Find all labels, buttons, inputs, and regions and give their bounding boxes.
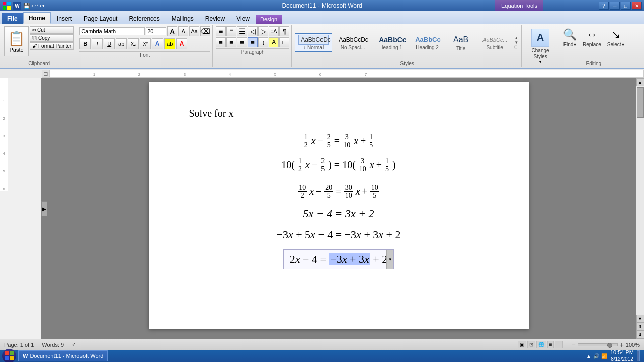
- font-grow-button[interactable]: A: [167, 26, 177, 36]
- equation-3[interactable]: 102 x − 205 = 3010 x + 105: [189, 182, 489, 200]
- styles-scroll-up[interactable]: ▲: [514, 36, 518, 40]
- styles-expand[interactable]: ⊞: [514, 45, 518, 49]
- style-heading1[interactable]: AaBbCc Heading 1: [373, 33, 409, 52]
- start-button[interactable]: [2, 349, 16, 362]
- clock[interactable]: 10:54 PM 8/12/2012: [610, 349, 634, 362]
- equation-5[interactable]: −3x + 5x − 4 = −3x + 3x + 2: [189, 228, 489, 241]
- align-center-button[interactable]: ≡: [226, 37, 236, 47]
- show-marks-button[interactable]: ¶: [279, 26, 289, 36]
- line-spacing-button[interactable]: ↕: [258, 37, 268, 47]
- zoom-slider[interactable]: [578, 343, 618, 346]
- full-screen-button[interactable]: ⊡: [527, 341, 535, 348]
- style-normal[interactable]: AaBbCcDc ↓ Normal: [295, 33, 332, 52]
- document[interactable]: Solve for x 12 x − 25 = 310 x + 15: [149, 82, 529, 329]
- web-layout-button[interactable]: 🌐: [536, 341, 546, 348]
- undo-icon[interactable]: ↩: [31, 3, 36, 9]
- format-painter-button[interactable]: 🖌 Format Painter: [30, 42, 74, 50]
- scroll-down-button[interactable]: ▼: [636, 315, 645, 323]
- draft-button[interactable]: ≣: [555, 341, 563, 348]
- subscript-button[interactable]: X₂: [128, 38, 139, 49]
- minimize-button[interactable]: ─: [610, 2, 620, 10]
- style-heading1-label: Heading 1: [379, 45, 403, 50]
- text-effect-button[interactable]: A: [152, 38, 163, 49]
- font-color-button[interactable]: A: [176, 38, 187, 49]
- tab-view[interactable]: View: [231, 13, 255, 24]
- equation-6[interactable]: 2x − 4 = −3x + 3x + 2 ⊕ ▼: [189, 249, 489, 269]
- cut-button[interactable]: ✂ Cut: [30, 26, 74, 34]
- styles-scroll-down[interactable]: ▼: [514, 40, 518, 45]
- sort-button[interactable]: ↕A: [269, 26, 279, 36]
- style-title[interactable]: AaB Title: [446, 32, 476, 52]
- font-shrink-button[interactable]: A: [178, 26, 188, 36]
- style-no-spacing[interactable]: AaBbCcDc No Spaci...: [333, 33, 372, 52]
- maximize-button[interactable]: □: [621, 2, 631, 10]
- svg-rect-3: [7, 6, 11, 10]
- tab-page-layout[interactable]: Page Layout: [78, 13, 123, 24]
- zoom-minus[interactable]: −: [571, 341, 575, 349]
- tab-home[interactable]: Home: [23, 12, 51, 24]
- style-subtitle-preview: AaBbCc...: [480, 35, 509, 45]
- tab-insert[interactable]: Insert: [51, 13, 77, 24]
- save-icon[interactable]: 💾: [23, 3, 30, 9]
- print-layout-button[interactable]: ▣: [518, 341, 526, 348]
- spell-check-icon[interactable]: ✓: [72, 341, 76, 348]
- svg-rect-0: [3, 2, 6, 5]
- redo-icon[interactable]: ↪: [37, 3, 41, 9]
- change-styles-button[interactable]: A ChangeStyles ▾: [531, 26, 549, 66]
- italic-button[interactable]: I: [92, 38, 103, 49]
- tab-review[interactable]: Review: [200, 13, 230, 24]
- shading-button[interactable]: A: [269, 37, 279, 47]
- change-case-button[interactable]: Aa: [189, 26, 199, 36]
- bullets-button[interactable]: ≡: [216, 26, 226, 36]
- scroll-thumb[interactable]: [637, 87, 644, 118]
- tab-references[interactable]: References: [123, 13, 165, 24]
- clear-format-button[interactable]: ⌫: [200, 26, 210, 36]
- borders-button[interactable]: □: [279, 37, 289, 47]
- multilevel-button[interactable]: ☰: [237, 26, 247, 36]
- ruler-corner[interactable]: □: [42, 70, 50, 78]
- scroll-up-button[interactable]: ▲: [636, 78, 645, 86]
- tab-mailings[interactable]: Mailings: [166, 13, 199, 24]
- expand-panel-button[interactable]: ▶: [41, 201, 47, 216]
- outline-button[interactable]: ≡: [547, 341, 554, 348]
- style-heading2[interactable]: AaBbCc Heading 2: [410, 33, 445, 52]
- justify-button[interactable]: ≡: [248, 37, 258, 47]
- taskbar-word-button[interactable]: W Document11 - Microsoft Word: [18, 350, 108, 361]
- font-name-input[interactable]: [79, 27, 145, 35]
- tab-file[interactable]: File: [2, 13, 23, 24]
- prev-page-button[interactable]: ⬆: [636, 323, 645, 331]
- replace-button[interactable]: ↔ Replace: [581, 27, 603, 48]
- superscript-button[interactable]: X²: [140, 38, 151, 49]
- vertical-scrollbar[interactable]: ▲ ▼ ⬆ ⬇: [636, 78, 644, 339]
- paragraph-group: ≡ ⁼ ☰ ◁ ▷ ↕A ¶ ≡ ≡ ≡ ≡ ↕ A □ Paragraph: [214, 25, 292, 67]
- help-btn[interactable]: ?: [599, 2, 609, 10]
- word-count: Words: 9: [42, 342, 64, 348]
- close-button[interactable]: ✕: [632, 2, 642, 10]
- bold-button[interactable]: B: [79, 38, 91, 49]
- style-subtitle[interactable]: AaBbCc... Subtitle: [477, 33, 512, 52]
- font-size-input[interactable]: [146, 27, 166, 35]
- windows-logo-icon[interactable]: [2, 1, 11, 10]
- text-highlight-button[interactable]: ab: [164, 38, 175, 49]
- paste-button[interactable]: 📋 Paste: [4, 26, 29, 56]
- numbering-button[interactable]: ⁼: [226, 26, 236, 36]
- align-right-button[interactable]: ≡: [237, 37, 247, 47]
- select-button[interactable]: ↘ Select ▾: [605, 27, 626, 48]
- equation-scroll[interactable]: ▼: [386, 250, 393, 269]
- tab-design[interactable]: Design: [256, 15, 282, 24]
- customize-icon[interactable]: ▾: [42, 3, 45, 8]
- show-desktop[interactable]: [637, 350, 640, 361]
- underline-button[interactable]: U: [104, 38, 115, 49]
- next-page-button[interactable]: ⬇: [636, 331, 645, 339]
- decrease-indent-button[interactable]: ◁: [248, 26, 258, 36]
- equation-1[interactable]: 12 x − 25 = 310 x + 15: [189, 131, 489, 149]
- align-left-button[interactable]: ≡: [216, 37, 226, 47]
- increase-indent-button[interactable]: ▷: [258, 26, 268, 36]
- equation-4[interactable]: 5x − 4 = 3x + 2: [189, 207, 489, 220]
- copy-button[interactable]: ⿻ Copy: [30, 34, 74, 42]
- equation-2[interactable]: 10( 12 x − 25 ) = 10( 310 x + 15 ): [189, 157, 489, 173]
- strikethrough-button[interactable]: ab: [116, 38, 127, 49]
- zoom-plus[interactable]: +: [620, 341, 624, 349]
- select-icon: ↘: [611, 28, 620, 41]
- find-button[interactable]: 🔍 Find ▾: [561, 27, 579, 48]
